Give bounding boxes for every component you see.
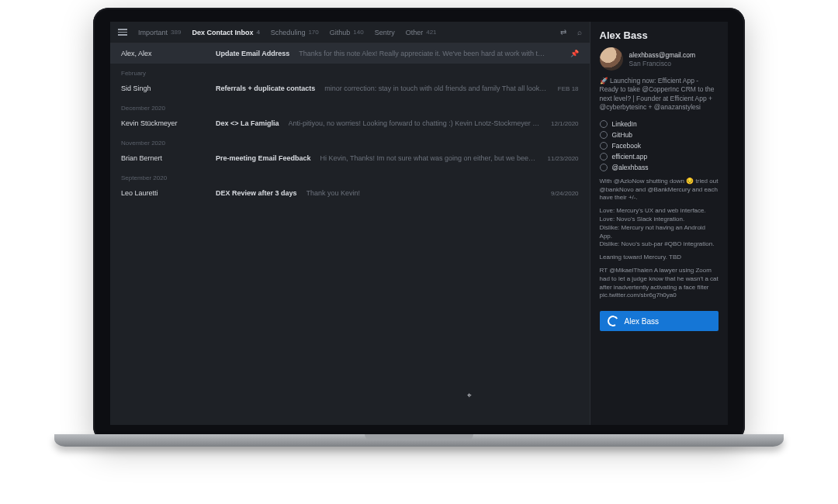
contact-link[interactable]: Facebook [600,142,719,150]
sender: Kevin Stückmeyer [121,119,206,127]
message-row-selected[interactable]: Alex, Alex Update Email Address Thanks f… [110,43,590,64]
message-row[interactable]: Leo LaurettiDEX Review after 3 daysThank… [110,183,590,203]
tab-count: 389 [171,29,181,36]
sender: Brian Bernert [121,154,206,162]
topbar: Important389Dex Contact Inbox4Scheduling… [110,22,590,43]
tab-other[interactable]: Other421 [406,29,437,36]
group-header: December 2020 [110,98,590,113]
contact-email[interactable]: alexhbass@gmail.com [629,51,696,59]
contact-profile: alexhbass@gmail.com San Francisco [600,47,719,71]
tab-label: Sentry [375,29,395,36]
contact-link[interactable]: @alexhbass [600,164,719,171]
contact-link[interactable]: efficient.app [600,153,719,161]
contact-name: Alex Bass [600,29,719,41]
subject: Pre-meeting Email Feedback [216,154,311,162]
contact-bio: 🚀 Launching now: Efficient App - Ready t… [600,77,719,112]
avatar [600,47,623,71]
link-label: @alexhbass [612,164,649,171]
link-label: efficient.app [612,153,648,161]
link-bullet-icon [600,164,608,171]
link-bullet-icon [600,142,608,150]
subject: DEX Review after 3 days [216,189,297,197]
contact-links: LinkedInGitHubFacebookefficient.app@alex… [600,120,719,171]
contact-link[interactable]: GitHub [600,131,719,139]
date: 12/1/2020 [551,120,579,127]
tab-scheduling[interactable]: Scheduling170 [271,29,319,36]
group-header: September 2020 [110,168,590,183]
link-bullet-icon [600,120,608,128]
preview: Hi Kevin, Thanks! Im not sure what was g… [320,154,538,162]
date: FEB 18 [558,85,579,92]
tab-label: Other [406,29,424,36]
link-label: LinkedIn [612,120,637,128]
dex-logo-icon [606,315,619,328]
link-bullet-icon [600,153,608,161]
tab-label: Important [138,29,168,36]
pin-icon[interactable]: 📌 [570,50,579,57]
note-block: RT @MikaelThalen A lawyer using Zoom had… [600,267,719,300]
tab-label: Dex Contact Inbox [192,29,253,36]
subject: Dex <> La Famiglia [216,119,279,127]
contact-link[interactable]: LinkedIn [600,120,719,128]
sender: Sid Singh [121,85,206,92]
note-block: With @AzloNow shutting down 😔 tried out … [600,178,719,202]
preview: minor correction: stay in touch with old… [324,85,549,92]
search-icon[interactable]: ⌕ [577,28,582,36]
contact-notes: With @AzloNow shutting down 😔 tried out … [600,178,719,300]
link-label: Facebook [612,142,641,150]
hamburger-icon[interactable] [118,29,127,36]
sender: Leo Lauretti [121,189,206,197]
note-block: Leaning toward Mercury. TBD [600,254,719,262]
date: 11/23/2020 [548,155,579,162]
laptop-frame: Important389Dex Contact Inbox4Scheduling… [93,8,745,442]
tab-count: 4 [256,29,259,36]
subject: Update Email Address [216,50,289,57]
preview: Thanks for this note Alex! Really apprec… [299,50,548,57]
tab-important[interactable]: Important389 [138,29,181,36]
open-contact-button[interactable]: Alex Bass [600,311,719,331]
tab-count: 170 [308,29,318,36]
sender: Alex, Alex [121,50,206,57]
app-screen: Important389Dex Contact Inbox4Scheduling… [110,22,728,425]
tab-count: 140 [353,29,363,36]
link-label: GitHub [612,131,632,139]
cta-label: Alex Bass [625,317,659,326]
tab-dex-contact-inbox[interactable]: Dex Contact Inbox4 [192,29,259,36]
date: 9/24/2020 [551,190,579,197]
message-row[interactable]: Kevin StückmeyerDex <> La FamigliaAnti-p… [110,113,590,133]
message-row[interactable]: Sid SinghReferrals + duplicate contactsm… [110,78,590,98]
tab-label: Github [330,29,351,36]
main-pane: Important389Dex Contact Inbox4Scheduling… [110,22,590,425]
tab-count: 421 [426,29,436,36]
laptop-notch [365,434,473,440]
preview: Anti-pitiyou, no worries! Looking forwar… [289,119,542,127]
tab-sentry[interactable]: Sentry [375,29,395,36]
contact-sidebar: Alex Bass alexhbass@gmail.com San Franci… [590,22,728,425]
tab-github[interactable]: Github140 [330,29,364,36]
link-bullet-icon [600,131,608,139]
group-header: February [110,64,590,78]
tab-label: Scheduling [271,29,306,36]
contact-location: San Francisco [629,60,696,67]
unread-icon[interactable]: ⇄ [560,28,566,36]
group-header: November 2020 [110,133,590,148]
message-list: Alex, Alex Update Email Address Thanks f… [110,43,590,425]
note-block: Love: Mercury's UX and web interface. Lo… [600,207,719,249]
subject: Referrals + duplicate contacts [216,85,315,92]
preview: Thank you Kevin! [306,189,542,197]
message-row[interactable]: Brian BernertPre-meeting Email FeedbackH… [110,148,590,168]
